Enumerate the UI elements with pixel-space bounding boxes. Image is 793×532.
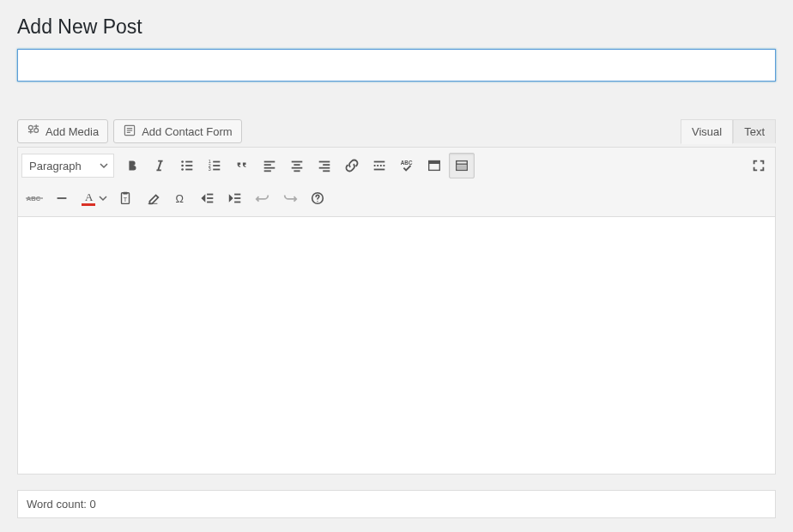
svg-point-1 [34,128,39,132]
special-character-button[interactable]: Ω [167,185,193,211]
svg-rect-17 [213,169,220,171]
undo-button[interactable] [250,185,275,211]
omega-icon: Ω [173,190,188,206]
svg-text:Ω: Ω [176,193,184,205]
word-count-value: 0 [89,498,95,511]
align-left-button[interactable] [257,153,282,178]
chevron-down-icon [99,194,107,203]
svg-point-56 [317,201,318,202]
toolbar-toggle-icon [454,158,469,173]
insert-link-button[interactable] [339,153,365,178]
svg-rect-10 [185,165,192,166]
chevron-down-icon [100,161,108,170]
form-icon [123,124,136,140]
align-right-icon [317,158,332,173]
numbered-list-button[interactable]: 123 [202,153,227,178]
distraction-free-button[interactable] [421,153,447,178]
tab-visual[interactable]: Visual [681,119,733,144]
fullscreen-button[interactable] [746,153,772,178]
svg-rect-9 [185,161,192,163]
spellcheck-button[interactable]: ABC [394,153,420,178]
add-media-button[interactable]: Add Media [17,119,108,143]
blockquote-button[interactable] [229,153,255,178]
fullscreen-icon [751,158,766,173]
indent-button[interactable] [222,185,248,211]
svg-rect-16 [213,165,220,166]
clear-formatting-icon [145,190,160,206]
post-title-input[interactable] [17,49,776,82]
tab-text[interactable]: Text [733,119,776,143]
align-left-icon [262,158,277,173]
add-contact-form-label: Add Contact Form [142,125,233,138]
bold-button[interactable] [119,153,145,178]
page-title: Add New Post [17,0,776,49]
svg-text:3: 3 [209,166,211,172]
add-contact-form-button[interactable]: Add Contact Form [113,119,242,143]
blockquote-icon [234,158,250,173]
text-color-button[interactable]: A [76,185,111,211]
italic-icon [152,158,167,173]
svg-rect-15 [213,161,220,163]
align-center-button[interactable] [284,153,310,178]
outdent-icon [200,190,215,206]
strikethrough-icon: ABC [26,192,43,204]
svg-rect-11 [185,169,192,171]
spellcheck-icon: ABC [399,158,415,173]
read-more-icon [372,158,387,173]
horizontal-rule-icon [54,190,70,206]
redo-button[interactable] [277,185,303,211]
bullet-list-icon [179,158,195,173]
bullet-list-button[interactable] [174,153,200,178]
svg-rect-46 [123,192,127,195]
horizontal-rule-button[interactable] [49,185,75,211]
paste-text-icon: T [118,190,133,206]
insert-more-button[interactable] [366,153,392,178]
indent-icon [227,190,243,206]
svg-rect-40 [458,166,466,169]
media-icon [27,124,40,140]
link-icon [344,158,360,173]
help-button[interactable] [305,185,330,211]
format-dropdown[interactable]: Paragraph [21,154,114,178]
paste-text-button[interactable]: T [112,185,138,211]
add-media-label: Add Media [45,125,99,138]
undo-icon [255,190,270,206]
distraction-free-icon [427,158,442,173]
svg-point-7 [181,165,184,167]
numbered-list-icon: 123 [207,158,222,173]
clear-formatting-button[interactable] [140,185,166,211]
outdent-button[interactable] [195,185,221,211]
italic-button[interactable] [147,153,173,178]
svg-text:A: A [85,190,94,203]
text-color-swatch [82,203,95,206]
redo-icon [282,190,298,206]
svg-point-8 [181,168,184,171]
strikethrough-button[interactable]: ABC [21,185,47,211]
svg-point-6 [181,160,184,163]
editor-content-area[interactable] [17,217,776,475]
bold-icon [124,158,140,173]
word-count-label: Word count: [27,498,89,511]
help-icon [310,190,325,206]
editor-footer: Word count: 0 [17,490,776,518]
editor-toolbar: Paragraph 123 [17,147,776,217]
svg-text:T: T [124,196,128,203]
svg-text:ABC: ABC [401,160,413,166]
text-color-icon: A [82,190,94,203]
toolbar-toggle-button[interactable] [449,153,475,178]
align-right-button[interactable] [312,153,337,178]
svg-point-0 [28,125,33,130]
align-center-icon [289,158,305,173]
svg-rect-35 [429,161,440,164]
format-dropdown-label: Paragraph [29,160,82,172]
svg-text:ABC: ABC [27,195,41,203]
